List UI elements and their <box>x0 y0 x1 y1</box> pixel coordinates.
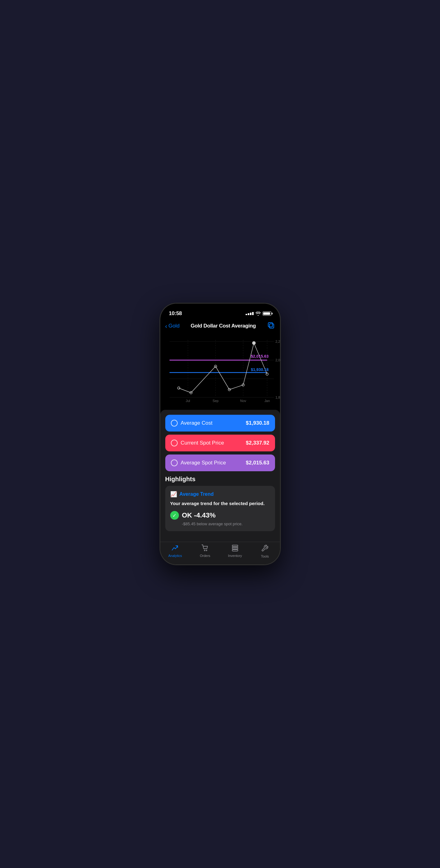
svg-text:Jul: Jul <box>186 399 190 403</box>
spot-price-value: $2,337.92 <box>246 440 269 446</box>
average-cost-card[interactable]: Average Cost $1,930.18 <box>165 415 275 432</box>
svg-text:Sep: Sep <box>212 399 218 403</box>
svg-text:2,200: 2,200 <box>275 340 280 343</box>
average-cost-icon <box>171 420 178 427</box>
svg-text:2,000: 2,000 <box>275 358 280 362</box>
chart-area: 2,200 2,000 1,800 $2,015.63 <box>160 333 280 410</box>
phone-screen: 10:58 <box>160 304 280 564</box>
content-area: Average Cost $1,930.18 Current Spot Pric… <box>160 410 280 542</box>
highlight-result: ✓ OK -4.43% <box>170 511 270 520</box>
battery-icon <box>263 311 271 316</box>
svg-rect-30 <box>232 545 238 547</box>
highlight-card: 📈 Average Trend Your average trend for t… <box>165 486 275 531</box>
nav-header: ‹ Gold Gold Dollar Cost Averaging <box>160 319 280 333</box>
result-text: OK -4.43% <box>182 511 216 519</box>
svg-point-20 <box>252 341 255 345</box>
highlight-card-title: Average Trend <box>179 491 214 497</box>
orders-label: Orders <box>200 554 210 558</box>
trend-icon: 📈 <box>170 491 177 498</box>
analytics-icon <box>171 545 179 553</box>
back-button[interactable]: ‹ Gold <box>165 323 180 329</box>
tab-bar: Analytics Orders <box>160 542 280 564</box>
inventory-label: Inventory <box>228 554 242 558</box>
back-label: Gold <box>168 323 179 329</box>
avg-spot-price-value: $2,015.63 <box>246 460 269 466</box>
highlight-description: Your average trend for the selected peri… <box>170 500 270 507</box>
average-cost-label: Average Cost <box>181 420 213 426</box>
inventory-icon <box>232 545 238 553</box>
orders-icon <box>202 545 208 553</box>
status-time: 10:58 <box>169 310 182 317</box>
svg-rect-32 <box>232 550 238 551</box>
green-check-icon: ✓ <box>170 511 179 520</box>
svg-point-28 <box>204 550 205 551</box>
page-title: Gold Dollar Cost Averaging <box>179 323 267 329</box>
tab-tools[interactable]: Tools <box>250 545 280 558</box>
svg-rect-1 <box>268 322 273 327</box>
copy-icon <box>267 321 275 330</box>
tab-analytics[interactable]: Analytics <box>160 545 191 558</box>
avg-spot-price-icon <box>171 460 178 466</box>
chevron-left-icon: ‹ <box>165 323 167 329</box>
phone-shell: 10:58 <box>160 303 281 565</box>
tab-orders[interactable]: Orders <box>190 545 220 558</box>
tools-label: Tools <box>261 554 269 558</box>
tab-inventory[interactable]: Inventory <box>220 545 250 558</box>
svg-rect-31 <box>232 547 238 549</box>
svg-text:1,800: 1,800 <box>275 396 280 399</box>
wifi-icon <box>256 312 261 316</box>
analytics-label: Analytics <box>168 554 182 558</box>
spot-price-icon <box>171 440 178 446</box>
svg-text:Jan: Jan <box>264 399 270 403</box>
result-subtext: -$85.45 below average spot price. <box>182 522 270 526</box>
highlights-title: Highlights <box>165 475 275 483</box>
svg-text:$1,930.18: $1,930.18 <box>250 367 268 372</box>
avg-spot-price-card[interactable]: Average Spot Price $2,015.63 <box>165 455 275 471</box>
svg-text:$2,015.63: $2,015.63 <box>250 354 268 359</box>
svg-point-29 <box>206 550 207 551</box>
spot-price-card[interactable]: Current Spot Price $2,337.92 <box>165 435 275 452</box>
svg-text:Nov: Nov <box>240 399 246 403</box>
tools-icon <box>261 545 269 553</box>
copy-button[interactable] <box>267 321 275 331</box>
highlight-header: 📈 Average Trend <box>170 491 270 498</box>
signal-icon <box>245 312 253 315</box>
status-icons <box>245 311 271 316</box>
price-chart: 2,200 2,000 1,800 $2,015.63 <box>160 335 280 404</box>
dynamic-island <box>202 307 239 318</box>
avg-spot-price-label: Average Spot Price <box>181 460 226 466</box>
average-cost-value: $1,930.18 <box>246 420 269 426</box>
spot-price-label: Current Spot Price <box>181 440 224 446</box>
svg-rect-0 <box>269 324 274 328</box>
